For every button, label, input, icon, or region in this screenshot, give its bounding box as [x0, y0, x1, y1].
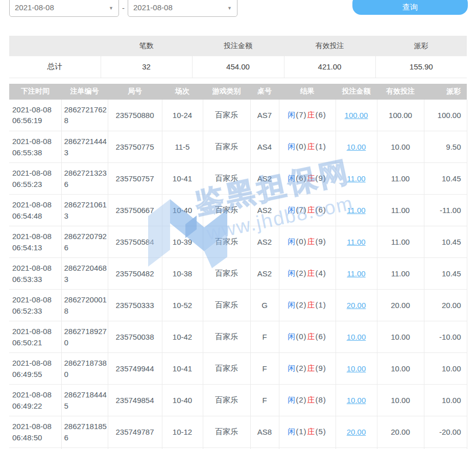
- cell-order-id: 28627204683: [61, 258, 108, 290]
- result-banker-score: (1): [315, 142, 327, 151]
- cell-round-id: 235750667: [108, 195, 162, 226]
- cell-payout: -20.00: [424, 416, 467, 448]
- result-banker-label: 庄: [307, 364, 315, 372]
- result-banker-score: (8): [315, 395, 327, 404]
- result-banker-label: 庄: [307, 332, 315, 341]
- cell-bet-time: 2021-08-08 06:49:55: [9, 353, 61, 385]
- cell-round-id: 235750482: [108, 258, 162, 290]
- result-player-score: (2): [295, 395, 307, 404]
- result-banker-label: 庄: [307, 427, 315, 436]
- cell-order-id: 28627214443: [61, 131, 108, 163]
- header-bet-amount: 投注金额: [336, 84, 377, 100]
- summary-table: 笔数 投注金额 有效投注 派彩 总计 32 454.00 421.00 155.…: [9, 36, 467, 78]
- cell-round-id: 235749787: [108, 416, 162, 448]
- cell-session: 10-24: [162, 100, 203, 131]
- table-row: 2021-08-08 06:54:13 28627207926 23575058…: [9, 226, 467, 258]
- summary-total-count: 32: [101, 56, 192, 78]
- result-player-label: 闲: [288, 300, 295, 309]
- date-to-select[interactable]: 2021-08-08 ▼: [128, 0, 237, 17]
- cell-valid-bet: 10.00: [377, 385, 424, 416]
- bet-amount-link[interactable]: 100.00: [345, 111, 368, 120]
- cell-game-type: 百家乐: [203, 353, 250, 385]
- header-game-type: 游戏类别: [203, 84, 250, 100]
- bet-amount-link[interactable]: 10.00: [347, 396, 366, 405]
- cell-bet-amount: 20.00: [336, 290, 377, 321]
- summary-total-row: 总计 32 454.00 421.00 155.90: [9, 56, 467, 78]
- result-banker-score: (9): [315, 364, 327, 372]
- bet-amount-link[interactable]: 10.00: [347, 143, 366, 151]
- bet-amount-link[interactable]: 11.00: [347, 206, 365, 215]
- cell-round-id: 235750880: [108, 100, 162, 131]
- cell-bet-amount: 100.00: [336, 100, 377, 131]
- cell-valid-bet: 11.00: [377, 226, 424, 258]
- cell-session: 11-5: [162, 131, 203, 163]
- cell-valid-bet: 10.00: [377, 353, 424, 385]
- table-row: 2021-08-08 06:48:50 28627181856 23574978…: [9, 416, 467, 448]
- cell-session: 10-38: [162, 258, 203, 290]
- table-row: 2021-08-08 06:49:22 28627184445 23574985…: [9, 385, 467, 416]
- cell-order-id: 28627184445: [61, 385, 108, 416]
- header-round-id: 局号: [108, 84, 162, 100]
- cell-order-id: 28627213236: [61, 163, 108, 195]
- cell-table-no: AS2: [250, 226, 279, 258]
- result-player-label: 闲: [288, 364, 295, 372]
- bet-amount-link[interactable]: 11.00: [347, 269, 365, 278]
- summary-total-payout: 155.90: [375, 56, 467, 78]
- cell-result: 闲(6)庄(9): [279, 163, 336, 195]
- cell-payout: 10.00: [424, 353, 467, 385]
- bet-amount-link[interactable]: 10.00: [347, 333, 366, 341]
- table-row: 2021-08-08 06:54:48 28627210613 23575066…: [9, 195, 467, 226]
- cell-order-id: 28627181856: [61, 416, 108, 448]
- cell-bet-time: 2021-08-08 06:56:19: [9, 100, 61, 131]
- result-banker-label: 庄: [307, 269, 315, 277]
- cell-round-id: 235749854: [108, 385, 162, 416]
- result-player-score: (7): [295, 205, 307, 214]
- date-range-separator: -: [122, 4, 125, 12]
- cell-bet-amount: 10.00: [336, 353, 377, 385]
- cell-result: 闲(2)庄(4): [279, 258, 336, 290]
- result-player-label: 闲: [288, 395, 295, 404]
- cell-session: 10-52: [162, 290, 203, 321]
- cell-payout: 9.50: [424, 131, 467, 163]
- result-banker-score: (4): [315, 269, 327, 277]
- cell-order-id: 28627189270: [61, 321, 108, 353]
- cell-game-type: 百家乐: [203, 226, 250, 258]
- bet-amount-link[interactable]: 11.00: [347, 174, 365, 183]
- result-banker-score: (9): [315, 174, 327, 182]
- header-bet-time: 下注时间: [9, 84, 61, 100]
- header-valid-bet: 有效投注: [377, 84, 424, 100]
- cell-round-id: 235750333: [108, 290, 162, 321]
- header-payout: 派彩: [424, 84, 467, 100]
- cell-bet-amount: 10.00: [336, 131, 377, 163]
- cell-valid-bet: 10.00: [377, 321, 424, 353]
- header-order-id: 注单编号: [61, 84, 108, 100]
- result-banker-label: 庄: [307, 174, 315, 182]
- bet-amount-link[interactable]: 11.00: [347, 238, 365, 246]
- cell-session: 10-39: [162, 226, 203, 258]
- cell-result: 闲(0)庄(6): [279, 321, 336, 353]
- summary-header-bet-amount: 投注金额: [192, 36, 284, 56]
- cell-valid-bet: 100.00: [377, 100, 424, 131]
- cell-bet-time: 2021-08-08 06:52:33: [9, 290, 61, 321]
- cell-order-id: 28627200018: [61, 290, 108, 321]
- bet-record-page: 2021-08-08 ▼ - 2021-08-08 ▼ 查询 笔数 投注金额 有…: [0, 0, 476, 449]
- bet-amount-link[interactable]: 10.00: [347, 364, 366, 373]
- bet-amount-link[interactable]: 20.00: [347, 428, 366, 436]
- result-banker-label: 庄: [307, 205, 315, 214]
- table-row: 2021-08-08 06:55:23 28627213236 23575075…: [9, 163, 467, 195]
- result-banker-score: (6): [315, 110, 327, 119]
- date-from-select[interactable]: 2021-08-08 ▼: [9, 0, 119, 17]
- cell-table-no: AS4: [250, 131, 279, 163]
- date-from-value: 2021-08-08: [15, 3, 109, 12]
- cell-session: 10-41: [162, 353, 203, 385]
- result-banker-score: (6): [315, 332, 327, 341]
- query-button[interactable]: 查询: [352, 0, 468, 15]
- cell-table-no: AS2: [250, 163, 279, 195]
- result-player-score: (2): [295, 364, 307, 372]
- cell-bet-amount: 11.00: [336, 258, 377, 290]
- result-banker-label: 庄: [307, 395, 315, 404]
- cell-bet-time: 2021-08-08 06:49:22: [9, 385, 61, 416]
- bet-amount-link[interactable]: 20.00: [347, 301, 366, 310]
- table-header-row: 下注时间 注单编号 局号 场次 游戏类别 桌号 结果 投注金额 有效投注 派彩: [9, 84, 467, 100]
- result-player-score: (7): [295, 110, 307, 119]
